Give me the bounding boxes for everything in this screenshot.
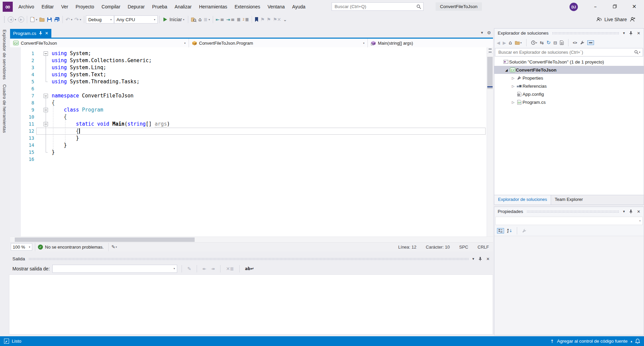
redo-button[interactable]: ↷▾ xyxy=(73,15,82,24)
comment-icon[interactable]: ≣ xyxy=(236,15,242,24)
quick-search-box[interactable] xyxy=(332,2,424,11)
close-button[interactable]: ✕ xyxy=(625,0,644,13)
solution-explorer-search[interactable]: ▾ xyxy=(495,48,643,56)
restore-button[interactable] xyxy=(605,0,625,13)
tree-item-properties[interactable]: ▷Properties xyxy=(494,74,644,82)
uncomment-icon[interactable]: 2≣ xyxy=(242,15,250,24)
clear-all-icon[interactable]: ✕≣ xyxy=(225,266,235,271)
new-file-button[interactable]: * ▾ xyxy=(29,15,38,24)
pin-icon[interactable] xyxy=(39,31,42,35)
notifications-bell-icon[interactable] xyxy=(635,339,640,344)
code-cleanup-icon[interactable]: ✎ xyxy=(111,244,115,250)
code-line-2[interactable]: 2using System.Collections.Generic; xyxy=(10,57,487,64)
navigate-back-icon[interactable]: ◀ xyxy=(497,40,500,45)
shift-left-icon[interactable]: ⇤≡ xyxy=(215,15,225,24)
tab-list-dropdown-icon[interactable]: ▾ xyxy=(481,30,483,35)
expander-collapsed-icon[interactable]: ▷ xyxy=(510,100,516,104)
tab-close-icon[interactable]: ✕ xyxy=(45,31,48,36)
code-line-1[interactable]: 1using System; xyxy=(10,50,487,57)
menu-ver[interactable]: Ver xyxy=(57,2,72,11)
toggle-bookmark-button[interactable] xyxy=(254,15,259,24)
scrollbar-thumb[interactable] xyxy=(15,237,195,242)
home-button[interactable]: ⌂ xyxy=(197,15,203,24)
menu-analizar[interactable]: Analizar xyxy=(171,2,195,11)
feedback-icon[interactable] xyxy=(630,17,635,22)
code-line-4[interactable]: 4using System.Text; xyxy=(10,71,487,78)
code-line-10[interactable]: 10 { xyxy=(10,114,487,121)
vertical-scrollbar[interactable] xyxy=(487,47,493,237)
close-icon[interactable]: ✕ xyxy=(637,31,640,36)
menu-archivo[interactable]: Archivo xyxy=(15,2,38,11)
window-position-dropdown-icon[interactable]: ▾ xyxy=(472,257,474,261)
properties-header[interactable]: Propiedades ▾ ✕ xyxy=(494,207,644,216)
menu-extensiones[interactable]: Extensiones xyxy=(231,2,264,11)
collapse-all-icon[interactable]: ⊟ xyxy=(553,40,557,45)
solution-configuration-select[interactable]: Debug▾ xyxy=(86,15,114,24)
pin-icon[interactable] xyxy=(629,210,633,214)
live-share-button[interactable]: Live Share xyxy=(604,17,627,22)
code-line-13[interactable]: 13 } xyxy=(10,135,487,142)
code-line-5[interactable]: 5using System.Threading.Tasks; xyxy=(10,78,487,85)
add-to-source-control-button[interactable]: Agregar al control de código fuente xyxy=(557,339,628,344)
eol-indicator[interactable]: CRLF xyxy=(478,245,489,250)
window-position-dropdown-icon[interactable]: ▾ xyxy=(623,209,625,214)
shift-right-icon[interactable]: ⇥≡ xyxy=(225,15,236,24)
sort-alphabetical-icon[interactable]: AZ↓ xyxy=(507,228,512,233)
menu-ventana[interactable]: Ventana xyxy=(264,2,288,11)
output-source-select[interactable]: ▾ xyxy=(52,265,177,273)
start-debug-button[interactable]: Iniciar▾ xyxy=(161,15,186,24)
tree-item-convertfiletojson[interactable]: ◢C#ConvertFileToJson xyxy=(494,66,644,74)
properties-object-select[interactable]: ▾ xyxy=(495,217,643,225)
find-in-files-button[interactable] xyxy=(190,15,197,24)
home-icon[interactable]: ⌂ xyxy=(509,40,512,46)
editor-options-gear-icon[interactable]: ⚙ xyxy=(487,30,491,35)
property-pages-icon[interactable] xyxy=(522,228,527,233)
spaces-indicator[interactable]: SPC xyxy=(459,245,468,250)
panel-tab-team-explorer[interactable]: Team Explorer xyxy=(551,195,587,205)
tree-item-soluci-n-convertfiletojson-1-de-1-proyecto[interactable]: Solución "ConvertFileToJson" (1 de 1 pro… xyxy=(494,58,644,66)
toolbar-overflow-icon[interactable]: ⌄ xyxy=(282,15,288,24)
navigate-forward-icon[interactable]: ▶ xyxy=(503,40,506,45)
view-code-icon[interactable]: <> xyxy=(573,41,577,45)
menu-proyecto[interactable]: Proyecto xyxy=(72,2,98,11)
refresh-icon[interactable]: ↻ xyxy=(546,40,551,46)
code-line-9[interactable]: 9 class Program xyxy=(10,106,487,114)
side-tab-explorador-de-servidores[interactable]: Explorador de servidores xyxy=(2,30,7,80)
code-editor[interactable]: 1using System;2using System.Collections.… xyxy=(10,47,493,237)
zoom-select[interactable]: 100 %▾ xyxy=(11,243,32,251)
solution-explorer-header[interactable]: Explorador de soluciones ▾ ✕ xyxy=(494,29,644,38)
solution-search-input[interactable] xyxy=(498,49,634,55)
window-position-dropdown-icon[interactable]: ▾ xyxy=(623,31,625,35)
problems-indicator[interactable]: No se encontraron problemas. xyxy=(45,245,104,250)
expander-collapsed-icon[interactable]: ▷ xyxy=(510,84,516,88)
code-line-11[interactable]: 11 static void Main(string[] args) xyxy=(10,121,487,128)
categorized-view-icon[interactable] xyxy=(497,228,504,233)
navbar-project-dropdown[interactable]: C# ConvertFileToJson ▾ xyxy=(10,39,189,47)
code-line-6[interactable]: 6 xyxy=(10,85,487,92)
line-indicator[interactable]: Línea: 12 xyxy=(398,245,416,250)
minimize-button[interactable]: – xyxy=(586,0,605,13)
close-icon[interactable]: ✕ xyxy=(637,209,640,214)
open-file-button[interactable] xyxy=(38,15,46,24)
pin-icon[interactable] xyxy=(629,31,633,35)
menu-editar[interactable]: Editar xyxy=(38,2,58,11)
output-panel-header[interactable]: Salida ▾ ✕ xyxy=(9,254,493,263)
navbar-type-dropdown[interactable]: ConvertFileToJson.Program ▾ xyxy=(189,39,368,47)
panel-drag-texture[interactable] xyxy=(552,32,620,34)
solution-platform-select[interactable]: Any CPU▾ xyxy=(114,15,158,24)
save-button[interactable] xyxy=(46,15,53,24)
expander-expanded-icon[interactable]: ◢ xyxy=(504,68,509,72)
code-line-7[interactable]: 7namespace ConvertFileToJson xyxy=(10,92,487,99)
panel-drag-texture[interactable] xyxy=(29,258,469,260)
menu-herramientas[interactable]: Herramientas xyxy=(195,2,231,11)
preview-selected-items-icon[interactable] xyxy=(587,40,594,45)
show-all-files-icon[interactable] xyxy=(560,40,564,45)
chevron-up-icon[interactable]: ▴ xyxy=(631,339,632,343)
side-tab-cuadro-de-herramientas[interactable]: Cuadro de herramientas xyxy=(2,84,7,133)
quick-search-input[interactable] xyxy=(334,4,416,9)
split-editor-handle[interactable] xyxy=(487,47,493,54)
previous-bookmark-icon[interactable]: ⚑ xyxy=(259,15,266,24)
solution-name-button[interactable]: ConvertFileToJson xyxy=(436,2,482,11)
switch-views-icon[interactable]: ▾ xyxy=(515,41,522,45)
undo-button[interactable]: ↶▾ xyxy=(64,15,73,24)
